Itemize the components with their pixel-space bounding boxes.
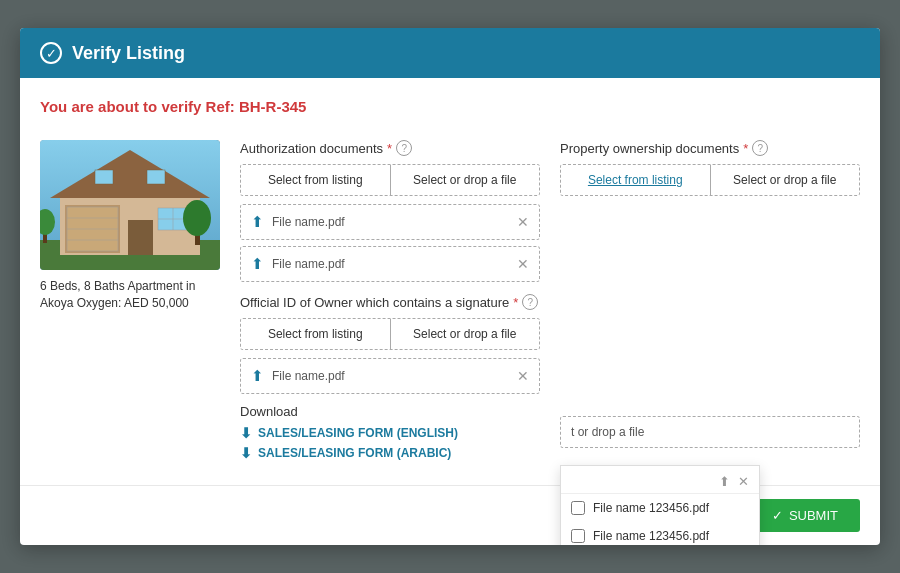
property-label: 6 Beds, 8 Baths Apartment in Akoya Oxyge…	[40, 278, 220, 312]
ownership-help-icon[interactable]: ?	[752, 140, 768, 156]
auth-file-close-2[interactable]: ✕	[517, 256, 529, 272]
official-tab-bar: Select from listing Select or drop a fil…	[240, 318, 540, 350]
dropdown-list: File name 123456.pdf File name 123456.pd…	[561, 494, 759, 545]
official-required-star: *	[513, 295, 518, 310]
ownership-drop-label: t or drop a file	[571, 425, 644, 439]
file-checkbox-1[interactable]	[571, 501, 585, 515]
file-checkbox-2[interactable]	[571, 529, 585, 543]
modal-header: ✓ Verify Listing	[20, 28, 880, 78]
content-row: 6 Beds, 8 Baths Apartment in Akoya Oxyge…	[40, 140, 860, 465]
official-file-name-1: File name.pdf	[272, 369, 509, 383]
dropdown-close-icon[interactable]: ✕	[738, 474, 749, 489]
download-title: Download	[240, 404, 540, 419]
dropdown-actions: ⬆ ✕	[719, 474, 749, 489]
download-arabic[interactable]: ⬇ SALES/LEASING FORM (ARABIC)	[240, 445, 540, 461]
official-tab-drop[interactable]: Select or drop a file	[391, 319, 540, 349]
official-file-close-1[interactable]: ✕	[517, 368, 529, 384]
file-dropdown: ⬆ ✕ File name 123456.pdf	[560, 465, 760, 545]
download-icon-english: ⬇	[240, 425, 252, 441]
upload-icon-2: ⬆	[251, 255, 264, 273]
dropdown-upload-icon[interactable]: ⬆	[719, 474, 730, 489]
submit-button[interactable]: ✓ SUBMIT	[750, 499, 860, 532]
official-file-1: ⬆ File name.pdf ✕	[240, 358, 540, 394]
svg-rect-8	[128, 220, 153, 255]
right-form-column: Property ownership documents * ? Select …	[560, 140, 860, 465]
ownership-tab-drop[interactable]: Select or drop a file	[711, 165, 860, 195]
upload-icon-1: ⬆	[251, 213, 264, 231]
auth-tab-drop[interactable]: Select or drop a file	[391, 165, 540, 195]
file-label-1: File name 123456.pdf	[593, 501, 709, 515]
official-id-label: Official ID of Owner which contains a si…	[240, 294, 540, 310]
auth-tab-bar: Select from listing Select or drop a fil…	[240, 164, 540, 196]
auth-docs-label: Authorization documents * ?	[240, 140, 540, 156]
official-id-section: Official ID of Owner which contains a si…	[240, 294, 540, 394]
modal-overlay: ✓ Verify Listing You are about to verify…	[0, 0, 900, 573]
auth-docs-section: Authorization documents * ? Select from …	[240, 140, 540, 282]
svg-rect-14	[147, 170, 165, 184]
property-ownership-label: Property ownership documents * ?	[560, 140, 860, 156]
auth-file-1: ⬆ File name.pdf ✕	[240, 204, 540, 240]
list-item: File name 123456.pdf	[561, 494, 759, 522]
dropdown-header: ⬆ ✕	[561, 466, 759, 494]
download-english[interactable]: ⬇ SALES/LEASING FORM (ENGLISH)	[240, 425, 540, 441]
ownership-drop-area[interactable]: t or drop a file	[560, 416, 860, 448]
submit-label: SUBMIT	[789, 508, 838, 523]
auth-file-name-2: File name.pdf	[272, 257, 509, 271]
auth-file-close-1[interactable]: ✕	[517, 214, 529, 230]
upload-icon-3: ⬆	[251, 367, 264, 385]
auth-help-icon[interactable]: ?	[396, 140, 412, 156]
ref-text: You are about to verify Ref: BH-R-345	[40, 98, 860, 115]
auth-file-2: ⬆ File name.pdf ✕	[240, 246, 540, 282]
svg-rect-13	[95, 170, 113, 184]
check-circle-icon: ✓	[40, 42, 62, 64]
forms-section: Authorization documents * ? Select from …	[240, 140, 860, 465]
official-tab-select[interactable]: Select from listing	[241, 319, 390, 349]
download-arabic-label: SALES/LEASING FORM (ARABIC)	[258, 446, 451, 460]
file-label-2: File name 123456.pdf	[593, 529, 709, 543]
download-icon-arabic: ⬇	[240, 445, 252, 461]
auth-tab-select[interactable]: Select from listing	[241, 165, 390, 195]
modal-body: You are about to verify Ref: BH-R-345	[20, 78, 880, 485]
list-item: File name 123456.pdf	[561, 522, 759, 545]
ownership-tab-select[interactable]: Select from listing	[561, 165, 710, 195]
left-form-column: Authorization documents * ? Select from …	[240, 140, 540, 465]
modal-title: Verify Listing	[72, 43, 185, 64]
download-section: Download ⬇ SALES/LEASING FORM (ENGLISH) …	[240, 404, 540, 461]
property-image	[40, 140, 220, 270]
ownership-tab-bar: Select from listing Select or drop a fil…	[560, 164, 860, 196]
download-english-label: SALES/LEASING FORM (ENGLISH)	[258, 426, 458, 440]
ownership-required-star: *	[743, 141, 748, 156]
auth-required-star: *	[387, 141, 392, 156]
property-ownership-section: Property ownership documents * ? Select …	[560, 140, 860, 448]
official-help-icon[interactable]: ?	[522, 294, 538, 310]
svg-point-16	[183, 200, 211, 236]
submit-check-icon: ✓	[772, 508, 783, 523]
modal-container: ✓ Verify Listing You are about to verify…	[20, 28, 880, 545]
auth-file-name-1: File name.pdf	[272, 215, 509, 229]
property-image-block: 6 Beds, 8 Baths Apartment in Akoya Oxyge…	[40, 140, 220, 312]
